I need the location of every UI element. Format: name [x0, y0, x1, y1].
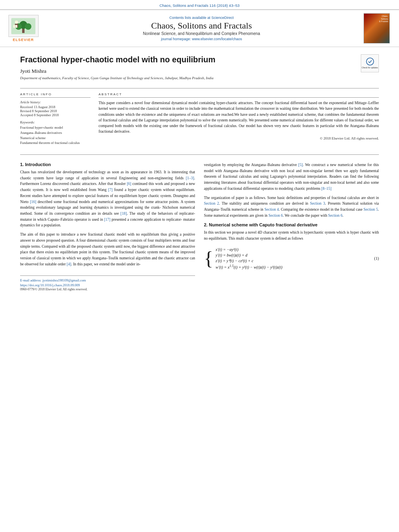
section1-para2: The aim of this paper to introduce a new… — [20, 232, 195, 267]
svg-point-5 — [15, 21, 18, 24]
article-meta-section: ARTICLE INFO Article history: Received 1… — [20, 92, 379, 149]
eq-line-2: y′(t) = bw(t)z(t) + d — [216, 253, 282, 257]
abstract-column: ABSTRACT This paper considers a novel fo… — [99, 92, 379, 149]
keywords-label: Keywords: — [20, 120, 90, 124]
article-info-label: ARTICLE INFO — [20, 92, 90, 98]
equation-content: { x′(t) = −αy²(t) y′(t) = bw(t)z(t) + d … — [204, 247, 374, 269]
ref-4[interactable]: [4] — [67, 262, 71, 266]
check-updates-badge: Check for updates — [361, 54, 379, 72]
journal-header: ELSEVIER Contents lists available at Sci… — [0, 9, 399, 47]
ref-5[interactable]: [5] — [298, 163, 303, 167]
ref-sec6a[interactable]: Section 6 — [268, 214, 283, 218]
revised-date: Revised 8 September 2018 — [20, 109, 90, 113]
section2-para1: In this section we propose a novel 4D ch… — [204, 230, 379, 241]
divider-2 — [20, 154, 379, 155]
footer-section: E-mail address: jyotimishra198109@gmail.… — [20, 275, 195, 291]
ref-16[interactable]: [16] — [30, 200, 36, 204]
check-updates-icon — [366, 58, 374, 66]
email-link[interactable]: jyotimishra198109@gmail.com — [42, 278, 86, 282]
equation-1: { x′(t) = −αy²(t) y′(t) = bw(t)z(t) + d … — [204, 246, 379, 271]
journal-homepage: journal homepage: www.elsevier.com/locat… — [43, 37, 360, 41]
abstract-text: This paper considers a novel four dimens… — [99, 100, 379, 135]
elsevier-logo-box — [8, 15, 39, 37]
section1-para1: Chaos has revalorized the development of… — [20, 169, 195, 228]
ref-6[interactable]: [6] — [127, 182, 131, 186]
section1-col2-para2: The organization of paper is as follows.… — [204, 195, 379, 219]
section1-heading: 1. Introduction — [20, 162, 195, 167]
elsevier-tree-icon — [9, 16, 37, 36]
author-name: Jyoti Mishra — [20, 68, 357, 74]
equation-left-brace: { — [204, 249, 213, 268]
ref-17[interactable]: [17] — [104, 218, 111, 222]
divider-1 — [20, 88, 379, 88]
eq-line-3: z′(t) = y⁴(t) − cz²(t) + c — [216, 259, 282, 263]
ref-sec5[interactable]: Section 5 — [364, 207, 378, 212]
equation-brace-group: { x′(t) = −αy²(t) y′(t) = bw(t)z(t) + d … — [204, 247, 374, 269]
eq-line-4: w′(t) = x1.5(t) + y²(t) − w(t)z(t) − y²(… — [216, 264, 282, 269]
keywords-group: Keywords: Fractional hyper-chaotic model… — [20, 120, 90, 146]
body-section: 1. Introduction Chaos has revalorized th… — [20, 162, 379, 291]
article-info-column: ARTICLE INFO Article history: Received 1… — [20, 92, 90, 149]
page-wrapper: Chaos, Solitons and Fractals 116 (2018) … — [0, 0, 399, 532]
ref-sec3[interactable]: Section 3 — [310, 201, 325, 205]
abstract-label: ABSTRACT — [99, 92, 379, 98]
contents-line: Contents lists available at ScienceDirec… — [43, 16, 360, 20]
ref-18[interactable]: [18] — [121, 212, 127, 216]
title-row: Fractional hyper-chaotic model with no e… — [20, 54, 379, 85]
journal-center-info: Contents lists available at ScienceDirec… — [43, 16, 360, 41]
ref-sec2[interactable]: Section 2 — [204, 201, 219, 205]
author-affiliation: Department of mathematics, Faculty of Sc… — [20, 76, 357, 80]
journal-title: Chaos, Solitons and Fractals — [43, 21, 360, 31]
cover-text: Chaos, Solitons & Fractals — [379, 15, 388, 23]
svg-point-4 — [25, 23, 31, 30]
cover-box: Chaos, Solitons & Fractals — [364, 13, 390, 43]
ref-1-3[interactable]: [1–3] — [186, 176, 194, 180]
sciencedirect-link[interactable]: ScienceDirect — [212, 16, 234, 20]
keyword-4: Fundamental theorem of fractional calcul… — [20, 140, 90, 146]
elsevier-label: ELSEVIER — [13, 38, 34, 42]
equation-number: (1) — [374, 256, 379, 261]
homepage-link[interactable]: www.elsevier.com/locate/chaos — [192, 37, 242, 41]
equation-lines: x′(t) = −αy²(t) y′(t) = bw(t)z(t) + d z′… — [216, 247, 282, 269]
keyword-2: Atangana–Baleanu derivatives — [20, 130, 90, 136]
ref-sec6b[interactable]: Section 6 — [328, 214, 343, 218]
body-col-right: vestigation by employing the Atangana–Ba… — [204, 162, 379, 291]
paper-content: Fractional hyper-chaotic model with no e… — [0, 47, 399, 299]
keyword-3: Numerical scheme — [20, 136, 90, 141]
accepted-date: Accepted 8 September 2018 — [20, 113, 90, 117]
article-history-group: Article history: Received 13 August 2018… — [20, 100, 90, 117]
check-updates-label: Check for updates — [362, 66, 378, 69]
copyright-line: © 2018 Elsevier Ltd. All rights reserved… — [99, 136, 379, 140]
footer-doi[interactable]: https://doi.org/10.1016/j.chaos.2018.09.… — [20, 283, 195, 287]
journal-subtitle: Nonlinear Science, and Nonequilibrium an… — [43, 31, 360, 36]
footer-copyright: 0960-0779/© 2018 Elsevier Ltd. All right… — [20, 288, 195, 291]
footer-email: E-mail address: jyotimishra198109@gmail.… — [20, 278, 195, 282]
ref-7[interactable]: [7] — [108, 188, 113, 192]
section1-col2-para1: vestigation by employing the Atangana–Ba… — [204, 162, 379, 192]
elsevier-logo: ELSEVIER — [7, 15, 39, 42]
received-date: Received 13 August 2018 — [20, 105, 90, 109]
history-label: Article history: — [20, 100, 90, 104]
svg-point-9 — [366, 58, 374, 65]
body-col-left: 1. Introduction Chaos has revalorized th… — [20, 162, 195, 291]
eq-line-1: x′(t) = −αy²(t) — [216, 247, 282, 252]
paper-title-block: Fractional hyper-chaotic model with no e… — [20, 54, 357, 85]
keyword-1: Fractional hyper-chaotic model — [20, 125, 90, 130]
section2-heading: 2. Numerical scheme with Caputo fraction… — [204, 222, 379, 227]
ref-8-15[interactable]: [8–15] — [321, 187, 331, 191]
journal-cover-image: Chaos, Solitons & Fractals — [364, 13, 392, 43]
paper-title: Fractional hyper-chaotic model with no e… — [20, 54, 357, 65]
journal-reference: Chaos, Solitons and Fractals 116 (2018) … — [0, 0, 399, 9]
ref-sec4[interactable]: Section 4 — [264, 207, 279, 212]
